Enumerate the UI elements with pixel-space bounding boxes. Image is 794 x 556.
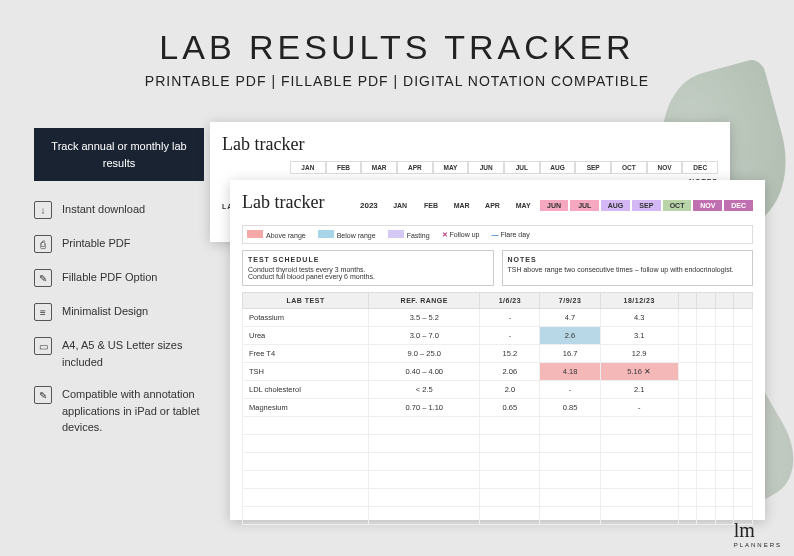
month-cell: AUG	[540, 161, 576, 174]
empty-cell	[369, 471, 480, 489]
result-cell	[678, 327, 697, 345]
test-name: LDL cholesterol	[243, 381, 369, 399]
empty-cell	[715, 507, 734, 525]
result-cell: 4.7	[540, 309, 600, 327]
result-cell	[734, 345, 753, 363]
table-row	[243, 489, 753, 507]
notes-title: NOTES	[508, 256, 748, 263]
table-row	[243, 453, 753, 471]
logo-sub: PLANNERS	[734, 542, 782, 548]
result-cell: 5.16 ✕	[600, 363, 678, 381]
empty-cell	[540, 471, 600, 489]
empty-cell	[480, 507, 540, 525]
feature-sidebar: Track annual or monthly lab results ↓Ins…	[34, 128, 204, 452]
result-cell: 15.2	[480, 345, 540, 363]
empty-cell	[243, 471, 369, 489]
empty-cell	[480, 417, 540, 435]
empty-cell	[600, 417, 678, 435]
ref-range: 3.0 – 7.0	[369, 327, 480, 345]
legend-fasting: Fasting	[407, 232, 430, 239]
test-name: Magnesium	[243, 399, 369, 417]
result-cell	[678, 363, 697, 381]
result-cell	[734, 363, 753, 381]
month-cell: NOV	[693, 200, 722, 211]
test-name: Free T4	[243, 345, 369, 363]
test-name: TSH	[243, 363, 369, 381]
result-cell	[697, 345, 716, 363]
empty-cell	[697, 507, 716, 525]
table-row	[243, 435, 753, 453]
result-cell: 0.65	[480, 399, 540, 417]
empty-cell	[540, 507, 600, 525]
result-cell: -	[480, 327, 540, 345]
table-header	[734, 293, 753, 309]
brand-logo: lm PLANNERS	[734, 519, 782, 548]
feature-text: Instant download	[62, 201, 145, 218]
result-cell	[734, 327, 753, 345]
year: 2023	[360, 201, 378, 210]
result-cell	[715, 309, 734, 327]
month-cell: NOV	[647, 161, 683, 174]
empty-cell	[697, 453, 716, 471]
empty-cell	[734, 417, 753, 435]
empty-cell	[697, 471, 716, 489]
legend-below: Below range	[337, 232, 376, 239]
empty-cell	[715, 489, 734, 507]
month-cell: DEC	[682, 161, 718, 174]
result-cell: 2.6	[540, 327, 600, 345]
ref-range: 3.5 – 5.2	[369, 309, 480, 327]
empty-cell	[369, 435, 480, 453]
result-cell	[678, 345, 697, 363]
empty-cell	[480, 489, 540, 507]
empty-cell	[678, 435, 697, 453]
table-header	[697, 293, 716, 309]
empty-cell	[678, 417, 697, 435]
logo-main: lm	[734, 519, 755, 541]
empty-cell	[697, 417, 716, 435]
empty-cell	[540, 417, 600, 435]
result-cell	[678, 381, 697, 399]
empty-cell	[678, 507, 697, 525]
empty-cell	[697, 435, 716, 453]
month-cell: AUG	[601, 200, 630, 211]
month-cell: DEC	[724, 200, 753, 211]
table-row: TSH0.40 – 4.002.064.185.16 ✕	[243, 363, 753, 381]
table-header: LAB TEST	[243, 293, 369, 309]
month-cell: SEP	[632, 200, 661, 211]
table-header: REF. RANGE	[369, 293, 480, 309]
table-header	[715, 293, 734, 309]
result-cell: 16.7	[540, 345, 600, 363]
table-row: Urea3.0 – 7.0-2.63.1	[243, 327, 753, 345]
result-cell	[715, 345, 734, 363]
result-cell	[697, 309, 716, 327]
month-cell: JAN	[290, 161, 326, 174]
ref-range: 0.70 – 1.10	[369, 399, 480, 417]
table-header	[678, 293, 697, 309]
table-row: LDL cholesterol< 2.52.0-2.1	[243, 381, 753, 399]
empty-cell	[734, 435, 753, 453]
result-cell: -	[600, 399, 678, 417]
feature-text: Compatible with annotation applications …	[62, 386, 204, 436]
month-cell: FEB	[417, 200, 446, 211]
sheet-title: Lab tracker	[222, 134, 718, 155]
empty-cell	[540, 489, 600, 507]
empty-cell	[480, 471, 540, 489]
empty-cell	[243, 435, 369, 453]
result-cell	[697, 363, 716, 381]
result-cell	[715, 381, 734, 399]
result-cell	[734, 399, 753, 417]
test-name: Urea	[243, 327, 369, 345]
result-cell	[734, 309, 753, 327]
feature-icon: ✎	[34, 269, 52, 287]
table-row	[243, 507, 753, 525]
empty-cell	[715, 435, 734, 453]
month-cell: APR	[478, 200, 507, 211]
result-cell: 2.1	[600, 381, 678, 399]
result-cell	[734, 381, 753, 399]
feature-icon: ↓	[34, 201, 52, 219]
table-header: 18/12/23	[600, 293, 678, 309]
result-cell	[697, 399, 716, 417]
month-cell: APR	[397, 161, 433, 174]
empty-cell	[540, 435, 600, 453]
ref-range: 9.0 – 25.0	[369, 345, 480, 363]
